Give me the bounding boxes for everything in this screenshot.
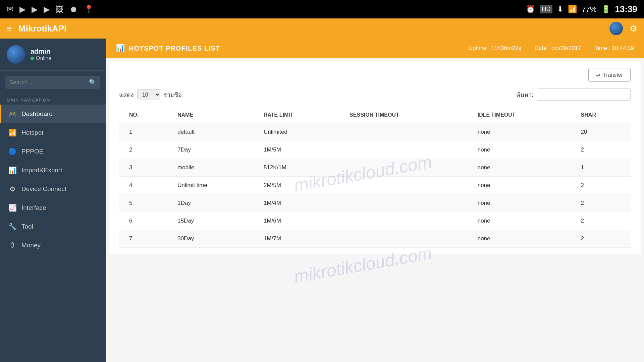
table-row: 3 mobile 512K/1M none 1 xyxy=(119,159,631,177)
download-icon: ⬇ xyxy=(557,5,563,14)
transfer-icon: ⇌ xyxy=(596,72,600,78)
sidebar-item-hotspot[interactable]: 📶 Hotspot xyxy=(0,123,106,142)
content-header-left: 📊 HOTSPOT PROFILES LIST xyxy=(116,44,220,53)
cell-idle-timeout: none xyxy=(472,141,576,159)
status-bar-left: ✉ ▶ ▶ ▶ 🖼 ⏺ 📍 xyxy=(7,5,94,14)
import-export-icon: 📊 xyxy=(8,166,17,174)
transfer-row: ⇌ Transfer xyxy=(119,68,631,82)
col-idle-timeout: IDLE TIMEOUT xyxy=(472,107,576,123)
sidebar-search[interactable]: 🔍 xyxy=(5,76,100,89)
cell-name: 30Day xyxy=(172,230,258,248)
cell-session-timeout xyxy=(344,123,472,141)
device-connect-icon: ⚙ xyxy=(8,185,17,193)
search-icon[interactable]: 🔍 xyxy=(89,79,96,86)
interface-icon: 📈 xyxy=(8,204,17,212)
time-label: Time : 10:44:59 xyxy=(595,45,634,52)
cell-rate-limit: 1M/6M xyxy=(258,212,344,230)
cell-no: 2 xyxy=(119,141,172,159)
table-controls-left: แสดง 10 25 50 100 รายชื่อ xyxy=(119,89,182,100)
per-page-select[interactable]: 10 25 50 100 xyxy=(137,89,160,100)
globe-icon[interactable] xyxy=(609,22,623,35)
sidebar-item-device-connect[interactable]: ⚙ Device Connect xyxy=(0,180,106,198)
col-rate-limit: RATE LIMIT xyxy=(258,107,344,123)
app-logo: MikrotikAPI xyxy=(18,23,66,34)
cell-shar: 20 xyxy=(576,123,631,141)
cell-name: 7Day xyxy=(172,141,258,159)
cell-rate-limit: 1M/7M xyxy=(258,230,344,248)
table-row: 5 1Day 1M/4M none 2 xyxy=(119,194,631,212)
hd-badge: HD xyxy=(540,5,552,13)
gear-icon[interactable]: ⚙ xyxy=(630,23,637,34)
youtube-icon1: ▶ xyxy=(19,5,25,14)
sidebar-item-pppoe[interactable]: 🔵 PPPOE xyxy=(0,142,106,161)
sidebar-item-dashboard[interactable]: 🎮 Dashboard xyxy=(0,105,106,123)
main-content: 📊 HOTSPOT PROFILES LIST Uptime : 15h36m2… xyxy=(106,39,644,362)
battery-icon: 🔋 xyxy=(601,5,610,14)
sidebar-item-tool[interactable]: 🔧 Tool xyxy=(0,217,106,236)
sidebar-item-money-label: Money xyxy=(21,242,41,249)
cell-no: 6 xyxy=(119,212,172,230)
user-info: admin Online xyxy=(31,48,51,61)
cell-session-timeout xyxy=(344,141,472,159)
table-controls: แสดง 10 25 50 100 รายชื่อ ค้นหา: xyxy=(119,88,631,101)
table-search-input[interactable] xyxy=(537,88,631,101)
table-row: 1 default Unlimited none 20 xyxy=(119,123,631,141)
cell-name: Unlimit time xyxy=(172,177,258,194)
pppoe-icon: 🔵 xyxy=(8,147,17,156)
transfer-button[interactable]: ⇌ Transfer xyxy=(588,68,631,82)
cell-name: default xyxy=(172,123,258,141)
show-label: แสดง xyxy=(119,90,134,100)
col-name: NAME xyxy=(172,107,258,123)
page-title: HOTSPOT PROFILES LIST xyxy=(129,45,220,52)
hotspot-profiles-table: NO. NAME RATE LIMIT SESSION TIMEOUT IDLE… xyxy=(119,107,631,248)
cell-no: 4 xyxy=(119,177,172,194)
sidebar-user: admin Online xyxy=(0,39,106,71)
cell-shar: 2 xyxy=(576,177,631,194)
cell-session-timeout xyxy=(344,177,472,194)
content-header-stats: Uptime : 15h36m27s Date : oct/09/2017 Ti… xyxy=(469,45,634,52)
search-label: ค้นหา: xyxy=(516,90,533,100)
money-icon: ₿ xyxy=(8,241,17,249)
list-label: รายชื่อ xyxy=(164,90,182,100)
cell-rate-limit: 1M/5M xyxy=(258,141,344,159)
status-bar: ✉ ▶ ▶ ▶ 🖼 ⏺ 📍 ⏰ HD ⬇ 📶 77% 🔋 13:39 xyxy=(0,0,644,18)
signal-icon: 📶 xyxy=(568,5,577,14)
status-bar-right: ⏰ HD ⬇ 📶 77% 🔋 13:39 xyxy=(526,4,637,14)
user-name: admin xyxy=(31,48,51,55)
nav-section-title: MAIN NAVIGATION xyxy=(0,94,106,105)
sidebar-item-interface[interactable]: 📈 Interface xyxy=(0,198,106,217)
cell-shar: 2 xyxy=(576,194,631,212)
cell-no: 3 xyxy=(119,159,172,177)
cell-name: mobile xyxy=(172,159,258,177)
cell-shar: 1 xyxy=(576,159,631,177)
sidebar-item-money[interactable]: ₿ Money xyxy=(0,236,106,254)
cell-name: 1Day xyxy=(172,194,258,212)
cell-session-timeout xyxy=(344,230,472,248)
user-status: Online xyxy=(31,55,51,61)
cell-session-timeout xyxy=(344,159,472,177)
hotspot-icon: 📶 xyxy=(8,129,17,137)
content-header: 📊 HOTSPOT PROFILES LIST Uptime : 15h36m2… xyxy=(106,39,644,58)
sidebar-item-interface-label: Interface xyxy=(21,204,46,212)
content-body: ⇌ Transfer แสดง 10 25 50 100 ราย xyxy=(109,61,641,254)
table-row: 6 15Day 1M/6M none 2 xyxy=(119,212,631,230)
app-header-left: ≡ MikrotikAPI xyxy=(7,23,66,34)
cell-shar: 2 xyxy=(576,212,631,230)
cell-no: 5 xyxy=(119,194,172,212)
cell-rate-limit: Unlimited xyxy=(258,123,344,141)
user-status-text: Online xyxy=(36,55,51,61)
sidebar: admin Online 🔍 MAIN NAVIGATION 🎮 Dashboa… xyxy=(0,39,106,362)
location-icon: 📍 xyxy=(84,5,94,14)
online-indicator xyxy=(31,57,34,60)
hamburger-button[interactable]: ≡ xyxy=(7,23,12,34)
search-input[interactable] xyxy=(9,79,86,86)
col-session-timeout: SESSION TIMEOUT xyxy=(344,107,472,123)
sidebar-item-import-export[interactable]: 📊 Import&Export xyxy=(0,161,106,180)
status-time: 13:39 xyxy=(615,4,638,14)
cell-shar: 2 xyxy=(576,141,631,159)
cell-no: 7 xyxy=(119,230,172,248)
table-controls-right: ค้นหา: xyxy=(516,88,631,101)
sidebar-item-device-connect-label: Device Connect xyxy=(21,185,66,193)
cell-idle-timeout: none xyxy=(472,194,576,212)
cell-idle-timeout: none xyxy=(472,230,576,248)
